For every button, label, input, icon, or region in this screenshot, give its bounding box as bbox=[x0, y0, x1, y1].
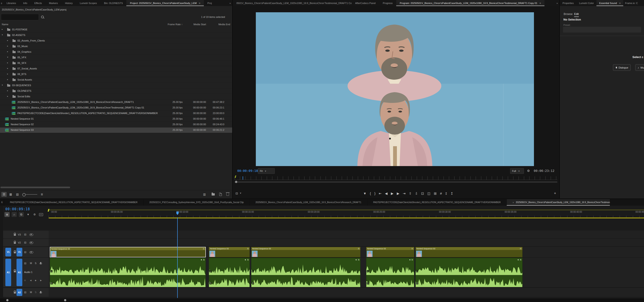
fx-badge[interactable]: fx bbox=[520, 248, 522, 250]
chevron-right-icon[interactable]: ▸ bbox=[7, 95, 8, 97]
zoom-level-dropdown[interactable]: Fit ∨ bbox=[258, 168, 275, 174]
add-marker-icon[interactable]: ▼ bbox=[26, 212, 30, 217]
monitor-zoom-handle[interactable] bbox=[235, 181, 237, 183]
freeform-view-button[interactable]: ▧ bbox=[15, 192, 20, 197]
monitor-zoom-scrollbar[interactable] bbox=[234, 182, 558, 182]
audio-clip[interactable]: fxLR bbox=[366, 258, 414, 287]
step-forward-icon[interactable]: ▶ bbox=[397, 192, 400, 195]
tab-progress[interactable]: Progress bbox=[379, 0, 396, 6]
track-header-v1[interactable]: V1V1⊟ bbox=[3, 247, 49, 257]
solo-button[interactable]: S bbox=[35, 291, 36, 294]
fx-badge[interactable]: fx bbox=[247, 259, 249, 261]
export-media-icon[interactable]: ↥ bbox=[450, 192, 453, 195]
chevron-right-icon[interactable]: ▸ bbox=[7, 73, 8, 75]
track-target-a1[interactable]: A1 bbox=[16, 259, 22, 286]
project-row[interactable]: Nested Sequence 0125.00 fps00:00:00:0000… bbox=[0, 116, 232, 122]
tab-program-active[interactable]: Program: 20250501V_Bionics_Chron'sPatien… bbox=[396, 0, 545, 6]
chevron-right-icon[interactable]: ▸ bbox=[7, 39, 8, 42]
timeline-tab-partial[interactable]: 6 bbox=[0, 199, 4, 206]
audio-clip[interactable]: fxLR bbox=[209, 258, 250, 287]
chevron-right-icon[interactable]: ▸ bbox=[7, 90, 8, 92]
captions-icon[interactable]: CC bbox=[39, 212, 43, 217]
track-output-icon[interactable]: ⊟ bbox=[24, 251, 26, 254]
monitor-playhead[interactable] bbox=[243, 176, 243, 180]
mic-icon[interactable] bbox=[40, 291, 41, 293]
audio-clip[interactable]: fxLR bbox=[50, 258, 206, 287]
track-header-v2[interactable]: V2⊟ bbox=[3, 239, 49, 246]
fx-badge[interactable]: fx bbox=[412, 248, 413, 250]
new-item-icon[interactable] bbox=[219, 193, 222, 196]
sort-icons-button[interactable]: ≣ bbox=[39, 192, 45, 197]
project-row[interactable]: PASTEPROJECTCODE(DateClientJobShooter)_R… bbox=[0, 111, 232, 116]
monitor-settings-icon[interactable]: ⊡ bbox=[236, 192, 238, 195]
solo-button[interactable]: S bbox=[35, 262, 36, 264]
track-header-v3[interactable]: V3⊟ bbox=[3, 230, 49, 238]
timeline-settings-wrench-icon[interactable]: ⚙ bbox=[32, 212, 37, 217]
tab-source-monitor[interactable]: 0501V_Bionics_Chron'sPatientCaseStudy_LE… bbox=[233, 0, 352, 6]
source-patch-v1[interactable]: V1 bbox=[5, 248, 11, 256]
project-row[interactable]: ▸08_BTS bbox=[0, 72, 232, 77]
tab-effects[interactable]: Effects bbox=[31, 0, 45, 6]
project-row[interactable]: ▸07_Social_Assets bbox=[0, 66, 232, 72]
eye-icon[interactable] bbox=[30, 242, 33, 244]
track-output-icon[interactable]: ⊟ bbox=[24, 291, 26, 294]
project-row[interactable]: ▾05_VFX bbox=[0, 55, 232, 60]
comparison-view-icon[interactable]: ◫ bbox=[427, 192, 430, 195]
fx-badge[interactable]: fx bbox=[520, 259, 522, 261]
program-timecode[interactable]: 00:00:09:18 bbox=[237, 169, 258, 172]
tab-bin-old-nests[interactable]: Bin: OLD/NESTS bbox=[100, 0, 126, 6]
tab-libraries[interactable]: Libraries bbox=[3, 0, 20, 6]
fx-badge[interactable]: fx bbox=[203, 259, 205, 261]
prev-keyframe-icon[interactable]: ◀ bbox=[30, 279, 32, 282]
monitor-settings-chevron-icon[interactable]: ∨ bbox=[240, 192, 241, 195]
thumbnail-zoom-slider[interactable] bbox=[22, 192, 38, 197]
mute-button[interactable]: M bbox=[30, 262, 32, 264]
project-row[interactable]: 20250501V_Bionics_Chron'sPatientCaseStud… bbox=[0, 100, 232, 105]
tab-frameio[interactable]: Frame.io: C bbox=[623, 0, 640, 6]
go-to-out-icon[interactable]: ⇥ bbox=[403, 192, 406, 195]
project-row[interactable]: ▸06_SFX bbox=[0, 60, 232, 66]
video-clip[interactable]: Nested Sequence 03fx bbox=[416, 247, 522, 257]
track-header-a1[interactable]: A1A1⊟MSAudio 1⊙◀◆▶ bbox=[3, 258, 49, 287]
mute-button[interactable]: M bbox=[30, 291, 32, 294]
tab-info[interactable]: Info bbox=[20, 0, 31, 6]
fx-badge[interactable]: fx bbox=[358, 259, 360, 261]
project-row[interactable]: ▾02-ASSETS bbox=[0, 32, 232, 38]
project-row[interactable]: ▸01-FOOTAGE bbox=[0, 27, 232, 32]
lock-icon[interactable] bbox=[14, 242, 16, 244]
source-patch-a1[interactable]: A1 bbox=[5, 259, 11, 286]
column-header-media-end[interactable]: Media End bbox=[213, 23, 230, 26]
extract-icon[interactable]: ⇩ bbox=[415, 192, 418, 195]
program-video-frame[interactable] bbox=[256, 12, 534, 166]
track-output-icon[interactable]: ⊟ bbox=[24, 241, 26, 244]
column-header-name[interactable]: Name bbox=[2, 23, 8, 26]
fx-badge[interactable]: fx bbox=[203, 248, 204, 250]
tab-overflow-icon[interactable]: » bbox=[555, 0, 559, 6]
project-row[interactable]: 20250501V_Bionics_Chron'sPatientCaseStud… bbox=[0, 105, 232, 111]
fx-badge[interactable]: fx bbox=[247, 248, 249, 250]
fx-badge[interactable]: fx bbox=[412, 259, 413, 261]
fx-badge[interactable]: fx bbox=[358, 248, 360, 250]
tab-markers[interactable]: Markers bbox=[45, 0, 62, 6]
column-header-media-start[interactable]: Media Start bbox=[188, 23, 206, 26]
automate-to-sequence-button[interactable]: ▥ bbox=[202, 192, 207, 197]
project-horizontal-scrollbar[interactable] bbox=[0, 186, 70, 188]
tab-aftercodecs[interactable]: AfterCodecs Panel bbox=[352, 0, 379, 6]
proxies-toggle-icon[interactable]: ‡ bbox=[445, 192, 447, 195]
project-row[interactable]: ▸04_Graphics bbox=[0, 49, 232, 55]
mark-out-icon[interactable]: } bbox=[374, 192, 376, 195]
track-target-v1[interactable]: V1 bbox=[16, 248, 22, 256]
chevron-open-icon[interactable]: ▾ bbox=[7, 56, 8, 58]
project-row[interactable]: ▸OLD/NESTS bbox=[0, 88, 232, 94]
video-clip[interactable]: Nested Sequence 03fx bbox=[209, 247, 250, 257]
tab-project-active[interactable]: Project: 20250501V_Bionics_Chron'sPatien… bbox=[126, 0, 204, 6]
timeline-playhead-head[interactable] bbox=[176, 212, 178, 215]
lock-icon[interactable] bbox=[14, 234, 16, 236]
list-view-button[interactable]: ☰ bbox=[1, 192, 7, 197]
eye-icon[interactable] bbox=[30, 251, 33, 254]
es-tab-browse[interactable]: Browse bbox=[564, 12, 572, 16]
track-output-icon[interactable]: ⊟ bbox=[24, 262, 26, 265]
go-to-in-icon[interactable]: ⇤ bbox=[379, 192, 382, 195]
video-clip[interactable]: Nested Sequence 03fx bbox=[366, 247, 414, 257]
snap-toggle-button[interactable]: ∩ bbox=[12, 212, 17, 217]
